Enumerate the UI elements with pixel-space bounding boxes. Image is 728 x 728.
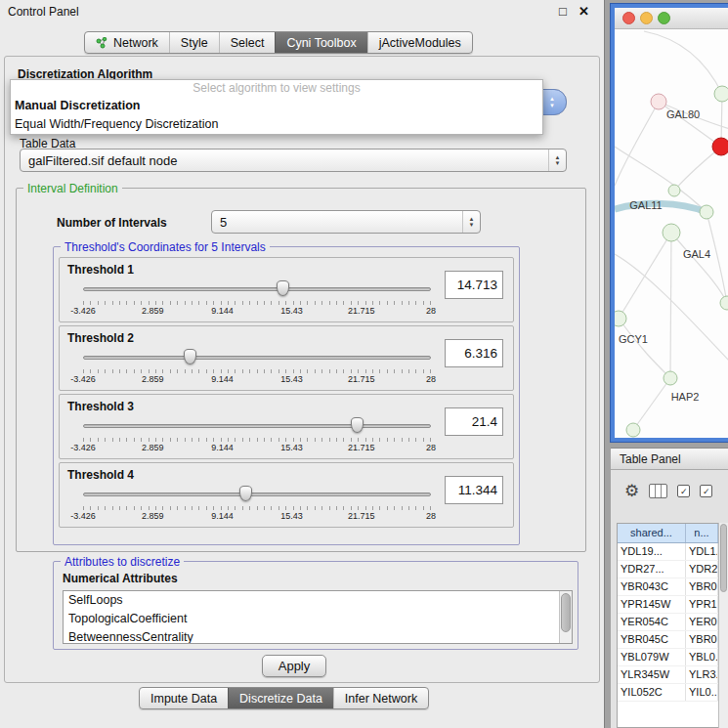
- slider-thumb[interactable]: [184, 349, 196, 364]
- column-header-name[interactable]: n...: [686, 524, 718, 542]
- network-node[interactable]: [714, 86, 728, 102]
- stepper-arrows-icon: ▲▼: [548, 150, 566, 171]
- network-node[interactable]: [651, 94, 666, 109]
- tab-style[interactable]: Style: [169, 32, 219, 53]
- network-edge[interactable]: [619, 319, 670, 378]
- slider-track[interactable]: [83, 356, 431, 360]
- network-edge[interactable]: [671, 233, 727, 303]
- num-intervals-combobox[interactable]: 5 ▲▼: [211, 210, 481, 234]
- table-cell: YBR043C: [618, 578, 686, 595]
- slider-thumb[interactable]: [351, 417, 364, 433]
- table-row[interactable]: YLR345WYLR3...: [618, 666, 718, 684]
- network-node[interactable]: [626, 423, 640, 437]
- algorithm-option[interactable]: Equal Width/Frequency Discretization: [11, 115, 542, 134]
- tick-label: 15.43: [280, 443, 303, 452]
- attribute-list-item[interactable]: TopologicalCoefficient: [64, 610, 572, 628]
- slider-track[interactable]: [83, 424, 431, 428]
- network-edge[interactable]: [670, 233, 671, 378]
- node-label: GCY1: [619, 333, 648, 345]
- threshold-value-field[interactable]: 21.4: [445, 407, 503, 436]
- table-cell: YBR045C: [618, 631, 686, 648]
- threshold-slider[interactable]: [83, 280, 431, 298]
- tab-cyni-toolbox[interactable]: Cyni Toolbox: [275, 32, 366, 53]
- table-row[interactable]: YIL052CYIL0...: [618, 684, 718, 702]
- slider-thumb[interactable]: [239, 486, 252, 501]
- node-table: shared... n... YDL19...YDL1...YDR27...YD…: [617, 523, 718, 728]
- threshold-value-field[interactable]: 6.316: [445, 339, 503, 367]
- table-rows: YDL19...YDL1...YDR27...YDR2...YBR043CYBR…: [618, 543, 718, 702]
- tab-discretize-data[interactable]: Discretize Data: [228, 688, 333, 708]
- tab-impute-data[interactable]: Impute Data: [140, 688, 228, 708]
- select-all-columns-icon[interactable]: ✓: [677, 485, 690, 497]
- network-node[interactable]: [615, 311, 626, 326]
- zoom-traffic-light-icon[interactable]: [658, 12, 670, 24]
- num-intervals-label: Number of Intervals: [57, 216, 167, 230]
- threshold-value-field[interactable]: 11.344: [445, 476, 503, 504]
- table-panel: Table Panel ⚙ ✓ ✓ shared... n... YDL19..…: [611, 448, 728, 728]
- node-label: GAL11: [629, 199, 662, 211]
- tab-jactivemodules[interactable]: jActiveModules: [367, 32, 472, 53]
- network-node[interactable]: [700, 205, 713, 219]
- tick-label: 15.43: [280, 306, 303, 316]
- threshold-label: Threshold 2: [67, 331, 134, 345]
- minimize-traffic-light-icon[interactable]: [640, 12, 653, 24]
- table-data-combobox[interactable]: galFiltered.sif default node ▲▼: [20, 149, 567, 172]
- network-edge[interactable]: [615, 102, 659, 186]
- tick-label: -3.426: [70, 374, 96, 384]
- tab-infer-network[interactable]: Infer Network: [333, 688, 428, 708]
- tick-label: -3.426: [70, 511, 96, 521]
- list-scrollbar[interactable]: [559, 591, 572, 643]
- table-row[interactable]: YDL19...YDL1...: [618, 543, 718, 561]
- stepper-arrows-icon: ▲▼: [462, 211, 480, 233]
- network-node[interactable]: [663, 224, 680, 241]
- table-row[interactable]: YBR043CYBR0...: [618, 578, 718, 596]
- threshold-panel: Threshold 2-3.4262.8599.14415.4321.71528…: [59, 325, 514, 391]
- column-header-shared-name[interactable]: shared...: [618, 524, 686, 542]
- table-row[interactable]: YPR145WYPR1...: [618, 596, 718, 614]
- threshold-value-field[interactable]: 14.713: [445, 271, 503, 299]
- network-node[interactable]: [712, 138, 728, 155]
- network-canvas[interactable]: GAL80GAL11GAL4GCY1HAP2: [615, 29, 728, 438]
- attributes-list[interactable]: SelfLoopsTopologicalCoefficientBetweenne…: [63, 590, 573, 644]
- slider-tick-labels: -3.4262.8599.14415.4321.71528: [83, 443, 431, 453]
- gear-icon[interactable]: ⚙: [624, 483, 639, 499]
- select-none-columns-icon[interactable]: ✓: [700, 485, 712, 497]
- network-edge[interactable]: [674, 147, 721, 191]
- tick-label: 9.144: [211, 306, 234, 316]
- table-scrollbar[interactable]: [718, 523, 728, 728]
- close-icon[interactable]: ✕: [578, 4, 589, 19]
- threshold-slider[interactable]: [83, 349, 431, 366]
- tab-select[interactable]: Select: [219, 32, 276, 53]
- table-row[interactable]: YDR27...YDR2...: [618, 561, 718, 578]
- scrollbar-thumb[interactable]: [720, 524, 727, 592]
- algorithm-option[interactable]: Manual Discretization: [11, 97, 542, 115]
- tab-label: Select: [231, 36, 265, 50]
- columns-icon[interactable]: [649, 484, 667, 498]
- network-view-window[interactable]: GAL80GAL11GAL4GCY1HAP2: [611, 4, 728, 442]
- table-row[interactable]: YBL079WYBL0...: [618, 649, 718, 666]
- network-node[interactable]: [720, 296, 728, 310]
- threshold-slider[interactable]: [83, 417, 431, 435]
- float-window-icon[interactable]: □: [559, 4, 567, 19]
- slider-ticks: [83, 506, 432, 510]
- slider-track[interactable]: [83, 492, 431, 496]
- scrollbar-thumb[interactable]: [561, 593, 571, 632]
- table-cell: YBR0...: [686, 578, 718, 595]
- slider-track[interactable]: [83, 287, 431, 291]
- apply-button[interactable]: Apply: [262, 655, 326, 677]
- slider-thumb[interactable]: [277, 280, 289, 296]
- network-node[interactable]: [664, 371, 677, 385]
- network-edge[interactable]: [633, 378, 670, 430]
- table-row[interactable]: YER054CYER0...: [618, 614, 718, 631]
- attribute-list-item[interactable]: BetweennessCentrality: [64, 628, 572, 644]
- network-edge[interactable]: [644, 31, 722, 94]
- threshold-slider[interactable]: [83, 486, 431, 503]
- table-row[interactable]: YBR045CYBR0...: [618, 631, 718, 649]
- close-traffic-light-icon[interactable]: [622, 12, 635, 24]
- network-icon: [96, 37, 108, 49]
- attribute-list-item[interactable]: SelfLoops: [64, 591, 572, 610]
- tab-network[interactable]: Network: [85, 32, 169, 53]
- slider-tick-labels: -3.4262.8599.14415.4321.71528: [83, 374, 431, 385]
- network-node[interactable]: [668, 185, 680, 196]
- table-cell: YPR145W: [618, 596, 686, 613]
